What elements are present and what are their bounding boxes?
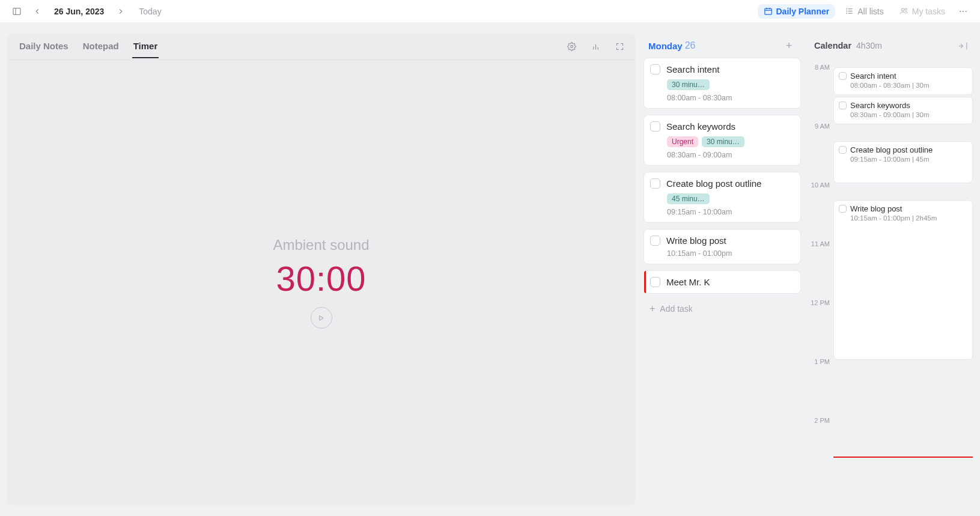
task-title: Write blog post [666, 235, 726, 246]
view-my-tasks[interactable]: My tasks [893, 4, 951, 19]
event-title: Write blog post [850, 204, 902, 213]
svg-point-10 [847, 11, 847, 11]
hour-label: 10 AM [811, 181, 830, 189]
timer-play-button[interactable] [311, 307, 332, 329]
svg-point-16 [966, 10, 967, 11]
hour-label: 9 AM [815, 123, 830, 130]
hour-label: 11 AM [811, 240, 830, 247]
task-title: Search intent [666, 64, 719, 74]
event-title: Search keywords [850, 101, 910, 110]
tab-timer[interactable]: Timer [132, 35, 159, 58]
task-checkbox[interactable] [650, 178, 660, 189]
add-card-button[interactable]: + [782, 40, 796, 52]
task-card[interactable]: Meet Mr. K [644, 270, 801, 294]
current-date[interactable]: 26 Jun, 2023 [49, 7, 109, 16]
hour-label: 2 PM [814, 417, 830, 424]
calendar-event[interactable]: Write blog post10:15am - 01:00pm | 2h45m [833, 200, 973, 360]
task-checkbox[interactable] [650, 277, 660, 287]
svg-rect-2 [764, 8, 771, 14]
timer-mode-label: Ambient sound [273, 237, 369, 253]
add-task-label: Add task [660, 304, 692, 314]
stats-icon[interactable] [587, 38, 604, 55]
svg-point-13 [905, 8, 907, 10]
event-title: Search intent [850, 71, 896, 80]
svg-point-11 [847, 13, 847, 14]
svg-point-15 [963, 10, 964, 11]
task-title: Create blog post outline [666, 178, 761, 189]
calendar-icon [764, 7, 773, 16]
task-tag: 45 minu… [667, 193, 710, 204]
event-time: 08:30am - 09:00am | 30m [850, 111, 967, 118]
view-label: Daily Planner [776, 7, 830, 16]
calendar-event[interactable]: Search intent08:00am - 08:30am | 30m [833, 67, 973, 95]
task-card[interactable]: Search intent30 minu…08:00am - 08:30am [644, 58, 801, 109]
task-tag: 30 minu… [667, 79, 710, 90]
today-button[interactable]: Today [139, 7, 161, 16]
task-time: 08:00am - 08:30am [667, 94, 793, 102]
now-indicator [833, 457, 973, 458]
more-menu-button[interactable] [955, 3, 972, 20]
calendar-event[interactable]: Create blog post outline09:15am - 10:00a… [833, 141, 973, 184]
day-number: 26 [685, 40, 696, 51]
next-day-button[interactable] [112, 3, 129, 20]
task-card[interactable]: Search keywordsUrgent30 minu…08:30am - 0… [644, 115, 801, 166]
view-all-lists[interactable]: All lists [839, 4, 890, 19]
collapse-calendar-button[interactable] [958, 41, 968, 51]
event-checkbox[interactable] [839, 72, 847, 80]
hour-label: 1 PM [814, 358, 830, 365]
play-icon [317, 314, 325, 322]
task-tag: 30 minu… [702, 136, 744, 147]
calendar-total-duration: 4h30m [856, 41, 882, 50]
task-card[interactable]: Write blog post10:15am - 01:00pm [644, 229, 801, 264]
task-card[interactable]: Create blog post outline45 minu…09:15am … [644, 172, 801, 223]
svg-point-14 [960, 10, 961, 11]
task-title: Meet Mr. K [666, 277, 710, 287]
tab-notepad[interactable]: Notepad [82, 35, 120, 58]
hour-label: 12 PM [811, 299, 830, 306]
task-title: Search keywords [666, 121, 735, 132]
event-time: 10:15am - 01:00pm | 2h45m [850, 214, 967, 222]
main-panel: Daily Notes Notepad Timer [7, 34, 635, 505]
task-time: 08:30am - 09:00am [667, 151, 793, 159]
svg-point-9 [847, 8, 847, 9]
plus-icon: + [650, 303, 655, 314]
day-weekday: Monday [648, 41, 683, 51]
svg-rect-0 [13, 8, 20, 14]
svg-marker-21 [320, 315, 324, 320]
task-checkbox[interactable] [650, 64, 660, 74]
add-task-button[interactable]: +Add task [644, 300, 801, 318]
task-checkbox[interactable] [650, 235, 660, 246]
event-checkbox[interactable] [839, 102, 847, 109]
view-label: All lists [857, 7, 884, 16]
timer-display: 30:00 [276, 258, 366, 299]
tab-daily-notes[interactable]: Daily Notes [18, 35, 70, 58]
prev-day-button[interactable] [29, 3, 46, 20]
svg-point-12 [901, 8, 904, 11]
task-tag: Urgent [667, 136, 698, 147]
view-daily-planner[interactable]: Daily Planner [758, 4, 836, 19]
event-title: Create blog post outline [850, 145, 933, 154]
event-checkbox[interactable] [839, 205, 847, 213]
sidebar-toggle-icon[interactable] [8, 3, 25, 20]
view-label: My tasks [912, 7, 945, 16]
list-icon [845, 7, 854, 16]
event-time: 08:00am - 08:30am | 30m [850, 82, 967, 89]
people-icon [899, 7, 908, 16]
svg-point-17 [570, 46, 573, 48]
calendar-title: Calendar [814, 41, 851, 50]
task-time: 10:15am - 01:00pm [667, 249, 793, 258]
event-checkbox[interactable] [839, 146, 847, 154]
calendar-event[interactable]: Search keywords08:30am - 09:00am | 30m [833, 97, 973, 124]
settings-icon[interactable] [563, 38, 580, 55]
task-checkbox[interactable] [650, 121, 660, 132]
hour-label: 8 AM [815, 64, 830, 71]
event-time: 09:15am - 10:00am | 45m [850, 156, 967, 163]
fullscreen-icon[interactable] [611, 38, 628, 55]
task-time: 09:15am - 10:00am [667, 208, 793, 216]
